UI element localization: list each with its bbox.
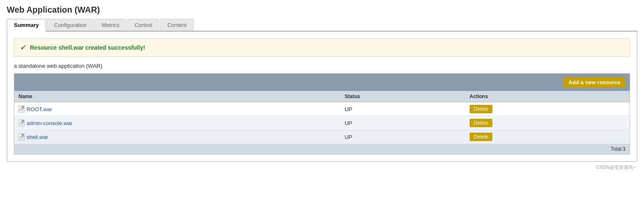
table-toolbar: Add a new resource (14, 74, 630, 91)
delete-button[interactable]: Delete (470, 105, 493, 113)
tabs-bar: Summary Configuration Metrics Control Co… (7, 19, 637, 32)
table-header-row: Name Status Actions (14, 91, 630, 102)
cell-status: UP (340, 102, 465, 116)
col-header-name: Name (14, 91, 340, 102)
resource-table: Name Status Actions ROOT.warUPDeleteadmi… (14, 91, 630, 144)
description: a standalone web application (WAR) (14, 63, 630, 69)
cell-status: UP (340, 130, 465, 144)
cell-name: shell.war (14, 130, 340, 144)
tab-content[interactable]: Content (160, 19, 194, 31)
cell-name: ROOT.war (14, 102, 340, 116)
success-banner: ✔ Resource shell.war created successfull… (14, 38, 630, 57)
resource-link[interactable]: admin-console.war (19, 120, 336, 126)
check-icon: ✔ (20, 43, 27, 52)
cell-name: admin-console.war (14, 116, 340, 130)
watermark: CSDN@安全菜鸟~ (7, 164, 637, 171)
cell-actions: Delete (465, 102, 630, 116)
table-row: shell.warUPDelete (14, 130, 630, 144)
table-row: admin-console.warUPDelete (14, 116, 630, 130)
tab-configuration[interactable]: Configuration (47, 19, 94, 31)
total-count: Total:3 (611, 146, 625, 152)
page-wrapper: Web Application (WAR) Summary Configurat… (0, 0, 644, 176)
content-area: ✔ Resource shell.war created successfull… (7, 32, 637, 162)
success-message: Resource shell.war created successfully! (30, 44, 145, 51)
tab-summary[interactable]: Summary (7, 19, 46, 32)
resource-link[interactable]: shell.war (19, 134, 336, 140)
delete-button[interactable]: Delete (470, 119, 493, 127)
cell-actions: Delete (465, 130, 630, 144)
file-icon (19, 134, 24, 140)
resource-link[interactable]: ROOT.war (19, 106, 336, 112)
cell-actions: Delete (465, 116, 630, 130)
add-resource-button[interactable]: Add a new resource (563, 77, 625, 88)
page-title: Web Application (WAR) (7, 5, 637, 15)
tab-metrics[interactable]: Metrics (95, 19, 127, 31)
col-header-status: Status (340, 91, 465, 102)
delete-button[interactable]: Delete (470, 133, 493, 141)
table-row: ROOT.warUPDelete (14, 102, 630, 116)
resource-table-wrapper: Add a new resource Name Status Actions R… (14, 73, 630, 155)
table-footer: Total:3 (14, 144, 630, 154)
tab-control[interactable]: Control (127, 19, 159, 31)
file-icon (19, 120, 24, 126)
file-icon (19, 106, 24, 112)
cell-status: UP (340, 116, 465, 130)
col-header-actions: Actions (465, 91, 630, 102)
